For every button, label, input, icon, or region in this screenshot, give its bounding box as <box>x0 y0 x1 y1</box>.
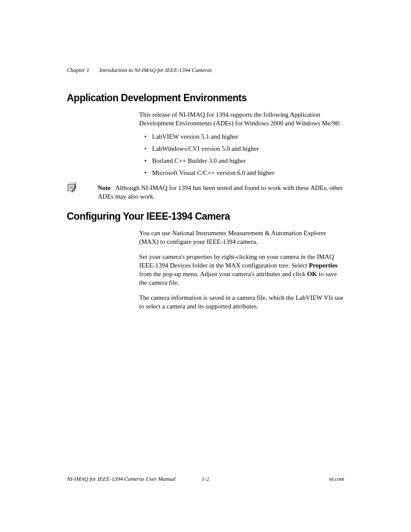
footer-site: ni.com <box>329 476 344 482</box>
note-text: Note Although NI-IMAQ for 1394 has been … <box>98 184 344 201</box>
note-content: Although NI-IMAQ for 1394 has been teste… <box>98 184 342 200</box>
note-block: Note Although NI-IMAQ for 1394 has been … <box>67 184 344 201</box>
config-para-1: You can use National Instruments Measure… <box>139 229 344 246</box>
intro-paragraph: This release of NI-IMAQ for 1394 support… <box>139 110 344 128</box>
note-label: Note <box>98 184 111 191</box>
note-icon <box>67 183 79 195</box>
list-item: LabVIEW version 5.1 and higher <box>139 132 344 141</box>
list-item: Microsoft Visual C/C++ version 6.0 and h… <box>139 168 344 177</box>
ok-bold: OK <box>307 271 317 277</box>
ade-list: LabVIEW version 5.1 and higher LabWindow… <box>139 132 344 177</box>
list-item: Borland C++ Builder 3.0 and higher <box>139 156 344 165</box>
chapter-number: Chapter 1 <box>67 67 89 73</box>
list-item: LabWindows/CVI version 5.0 and higher <box>139 144 344 153</box>
config-para-2: Set your camera's properties by right-cl… <box>139 252 344 287</box>
footer-page-number: 1-2 <box>202 476 209 482</box>
section-heading-ade: Application Development Environments <box>67 91 344 104</box>
footer-manual-title: NI-IMAQ for IEEE-1394 Cameras User Manua… <box>67 476 175 482</box>
running-header: Chapter 1 Introduction to NI-IMAQ for IE… <box>67 67 344 74</box>
config-para-3: The camera information is saved in a cam… <box>139 293 344 311</box>
properties-bold: Properties <box>309 262 337 269</box>
page-footer: NI-IMAQ for IEEE-1394 Cameras User Manua… <box>67 476 344 482</box>
chapter-title: Introduction to NI-IMAQ for IEEE-1394 Ca… <box>100 67 212 73</box>
section-heading-config: Configuring Your IEEE-1394 Camera <box>67 210 344 222</box>
para2-text: Set your camera's properties by right-cl… <box>139 253 334 269</box>
para2-text-mid: from the pop-up menu. Adjust your camera… <box>139 271 307 277</box>
